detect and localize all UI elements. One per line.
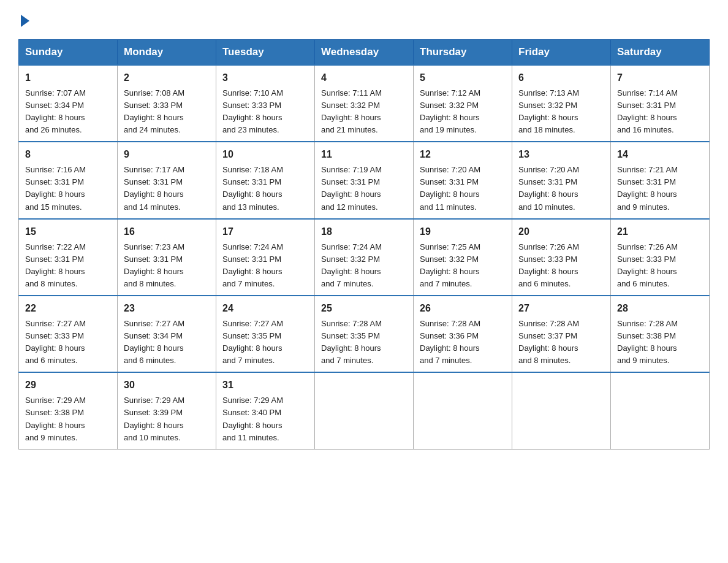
calendar-cell: 31Sunrise: 7:29 AMSunset: 3:40 PMDayligh… [216,372,315,449]
day-detail: Sunrise: 7:22 AMSunset: 3:31 PMDaylight:… [25,241,111,291]
calendar-cell: 18Sunrise: 7:24 AMSunset: 3:32 PMDayligh… [315,219,414,296]
day-number: 15 [25,224,111,240]
col-header-thursday: Thursday [414,40,512,66]
day-number: 4 [321,71,407,86]
day-detail: Sunrise: 7:25 AMSunset: 3:32 PMDaylight:… [420,241,506,291]
day-number: 2 [124,71,210,86]
day-detail: Sunrise: 7:08 AMSunset: 3:33 PMDaylight:… [124,87,210,137]
calendar-cell: 20Sunrise: 7:26 AMSunset: 3:33 PMDayligh… [512,219,611,296]
calendar-cell [315,372,414,449]
day-number: 13 [518,147,604,163]
day-number: 6 [518,71,604,86]
logo [18,12,29,27]
day-detail: Sunrise: 7:07 AMSunset: 3:34 PMDaylight:… [25,87,111,137]
day-detail: Sunrise: 7:28 AMSunset: 3:38 PMDaylight:… [617,318,703,367]
day-detail: Sunrise: 7:28 AMSunset: 3:36 PMDaylight:… [420,318,506,367]
calendar-cell: 12Sunrise: 7:20 AMSunset: 3:31 PMDayligh… [414,142,512,218]
day-detail: Sunrise: 7:24 AMSunset: 3:31 PMDaylight:… [222,241,308,291]
col-header-friday: Friday [512,40,611,66]
day-number: 12 [420,147,506,163]
day-number: 11 [321,147,407,163]
day-detail: Sunrise: 7:26 AMSunset: 3:33 PMDaylight:… [617,241,703,291]
calendar-cell [414,372,512,449]
day-detail: Sunrise: 7:29 AMSunset: 3:40 PMDaylight:… [222,394,308,444]
day-detail: Sunrise: 7:23 AMSunset: 3:31 PMDaylight:… [124,241,210,291]
day-number: 26 [420,301,506,316]
day-number: 28 [617,301,703,316]
day-number: 10 [222,147,308,163]
calendar-cell: 4Sunrise: 7:11 AMSunset: 3:32 PMDaylight… [315,65,414,142]
day-detail: Sunrise: 7:24 AMSunset: 3:32 PMDaylight:… [321,241,407,291]
day-number: 27 [518,301,604,316]
day-number: 20 [518,224,604,240]
day-number: 17 [222,224,308,240]
day-number: 5 [420,71,506,86]
calendar-cell: 3Sunrise: 7:10 AMSunset: 3:33 PMDaylight… [216,65,315,142]
day-detail: Sunrise: 7:28 AMSunset: 3:37 PMDaylight:… [518,318,604,367]
calendar-cell: 8Sunrise: 7:16 AMSunset: 3:31 PMDaylight… [19,142,118,218]
week-row-4: 22Sunrise: 7:27 AMSunset: 3:33 PMDayligh… [19,296,710,372]
day-number: 29 [25,378,111,393]
calendar-cell: 28Sunrise: 7:28 AMSunset: 3:38 PMDayligh… [611,296,710,372]
day-detail: Sunrise: 7:20 AMSunset: 3:31 PMDaylight:… [420,164,506,213]
calendar-cell: 10Sunrise: 7:18 AMSunset: 3:31 PMDayligh… [216,142,315,218]
day-detail: Sunrise: 7:27 AMSunset: 3:33 PMDaylight:… [25,318,111,367]
day-detail: Sunrise: 7:11 AMSunset: 3:32 PMDaylight:… [321,87,407,137]
calendar-cell [611,372,710,449]
calendar-cell: 24Sunrise: 7:27 AMSunset: 3:35 PMDayligh… [216,296,315,372]
day-detail: Sunrise: 7:20 AMSunset: 3:31 PMDaylight:… [518,164,604,213]
day-number: 30 [124,378,210,393]
calendar-cell: 23Sunrise: 7:27 AMSunset: 3:34 PMDayligh… [118,296,216,372]
day-number: 31 [222,378,308,393]
calendar-cell: 2Sunrise: 7:08 AMSunset: 3:33 PMDaylight… [118,65,216,142]
day-detail: Sunrise: 7:16 AMSunset: 3:31 PMDaylight:… [25,164,111,213]
week-row-2: 8Sunrise: 7:16 AMSunset: 3:31 PMDaylight… [19,142,710,218]
col-header-sunday: Sunday [19,40,118,66]
week-row-3: 15Sunrise: 7:22 AMSunset: 3:31 PMDayligh… [19,219,710,296]
col-header-monday: Monday [118,40,216,66]
day-number: 22 [25,301,111,316]
day-detail: Sunrise: 7:18 AMSunset: 3:31 PMDaylight:… [222,164,308,213]
calendar-table: SundayMondayTuesdayWednesdayThursdayFrid… [18,39,710,450]
day-detail: Sunrise: 7:12 AMSunset: 3:32 PMDaylight:… [420,87,506,137]
day-number: 25 [321,301,407,316]
calendar-cell: 5Sunrise: 7:12 AMSunset: 3:32 PMDaylight… [414,65,512,142]
calendar-cell: 19Sunrise: 7:25 AMSunset: 3:32 PMDayligh… [414,219,512,296]
col-header-wednesday: Wednesday [315,40,414,66]
day-detail: Sunrise: 7:29 AMSunset: 3:38 PMDaylight:… [25,394,111,444]
week-row-5: 29Sunrise: 7:29 AMSunset: 3:38 PMDayligh… [19,372,710,449]
col-header-saturday: Saturday [611,40,710,66]
logo-arrow-icon [21,15,29,27]
calendar-cell: 6Sunrise: 7:13 AMSunset: 3:32 PMDaylight… [512,65,611,142]
col-header-tuesday: Tuesday [216,40,315,66]
day-detail: Sunrise: 7:27 AMSunset: 3:34 PMDaylight:… [124,318,210,367]
calendar-cell [512,372,611,449]
day-number: 7 [617,71,703,86]
calendar-cell: 26Sunrise: 7:28 AMSunset: 3:36 PMDayligh… [414,296,512,372]
day-number: 24 [222,301,308,316]
day-detail: Sunrise: 7:17 AMSunset: 3:31 PMDaylight:… [124,164,210,213]
page-header [18,12,710,27]
day-detail: Sunrise: 7:13 AMSunset: 3:32 PMDaylight:… [518,87,604,137]
day-detail: Sunrise: 7:10 AMSunset: 3:33 PMDaylight:… [222,87,308,137]
day-number: 23 [124,301,210,316]
calendar-cell: 14Sunrise: 7:21 AMSunset: 3:31 PMDayligh… [611,142,710,218]
day-detail: Sunrise: 7:29 AMSunset: 3:39 PMDaylight:… [124,394,210,444]
day-detail: Sunrise: 7:27 AMSunset: 3:35 PMDaylight:… [222,318,308,367]
calendar-cell: 27Sunrise: 7:28 AMSunset: 3:37 PMDayligh… [512,296,611,372]
day-number: 8 [25,147,111,163]
calendar-cell: 17Sunrise: 7:24 AMSunset: 3:31 PMDayligh… [216,219,315,296]
calendar-cell: 7Sunrise: 7:14 AMSunset: 3:31 PMDaylight… [611,65,710,142]
day-detail: Sunrise: 7:14 AMSunset: 3:31 PMDaylight:… [617,87,703,137]
calendar-cell: 9Sunrise: 7:17 AMSunset: 3:31 PMDaylight… [118,142,216,218]
day-detail: Sunrise: 7:19 AMSunset: 3:31 PMDaylight:… [321,164,407,213]
day-detail: Sunrise: 7:26 AMSunset: 3:33 PMDaylight:… [518,241,604,291]
calendar-header-row: SundayMondayTuesdayWednesdayThursdayFrid… [19,40,710,66]
calendar-cell: 16Sunrise: 7:23 AMSunset: 3:31 PMDayligh… [118,219,216,296]
calendar-cell: 25Sunrise: 7:28 AMSunset: 3:35 PMDayligh… [315,296,414,372]
calendar-cell: 1Sunrise: 7:07 AMSunset: 3:34 PMDaylight… [19,65,118,142]
calendar-cell: 11Sunrise: 7:19 AMSunset: 3:31 PMDayligh… [315,142,414,218]
calendar-cell: 30Sunrise: 7:29 AMSunset: 3:39 PMDayligh… [118,372,216,449]
calendar-cell: 29Sunrise: 7:29 AMSunset: 3:38 PMDayligh… [19,372,118,449]
day-number: 18 [321,224,407,240]
